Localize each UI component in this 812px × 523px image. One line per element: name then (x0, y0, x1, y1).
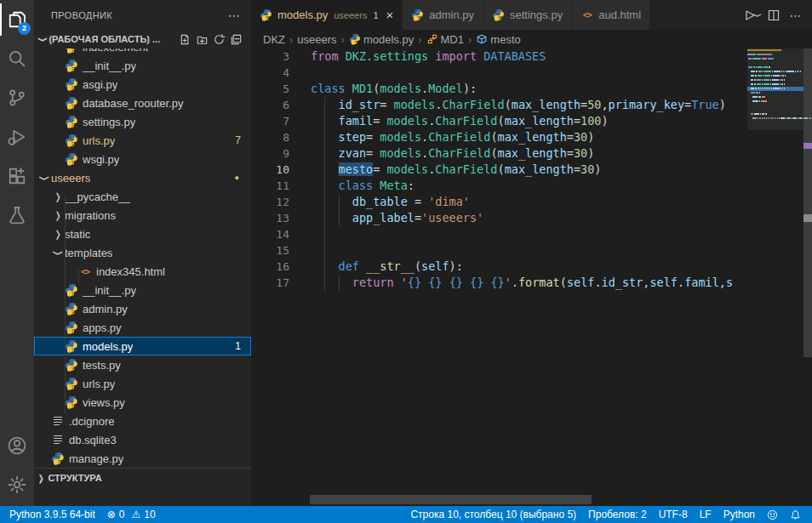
sidebar-more-actions-button[interactable]: ⋯ (228, 9, 241, 22)
tab-aud.html[interactable]: <>aud.html (572, 0, 650, 30)
breadcrumb-item-models.py[interactable]: models.py (349, 33, 414, 46)
status-eol[interactable]: LF (694, 506, 718, 523)
section-actions (176, 31, 244, 48)
chevron-down-icon: ❭ (39, 171, 50, 185)
tree-item-database_roouter.py[interactable]: database_roouter.py (34, 94, 251, 112)
more-actions-button[interactable]: ⋯ (786, 5, 805, 26)
line-number: 5 (251, 81, 289, 97)
breadcrumb-item-useeers[interactable]: useeers (297, 33, 336, 46)
tree-item-tests.py[interactable]: tests.py (34, 355, 251, 374)
tree-item-label: static (65, 228, 90, 241)
status-label: Строка 10, столбец 10 (выбрано 5) (410, 509, 576, 520)
run-button[interactable]: ❭ (742, 5, 761, 26)
status-label: Python (723, 509, 755, 520)
new-folder-icon[interactable] (193, 31, 210, 48)
breadcrumb-item-MD1[interactable]: MD1 (426, 33, 464, 46)
python-file-icon (65, 339, 78, 353)
class-symbol-icon (426, 33, 438, 45)
tree-item-label: migrations (65, 209, 116, 222)
code-editor[interactable]: 3from DKZ.settings import DATABASES45cla… (251, 48, 745, 506)
tree-item-urls.py[interactable]: urls.py (34, 374, 251, 393)
tree-item-settings.py[interactable]: settings.py (34, 112, 251, 131)
breadcrumb-item-mesto[interactable]: mesto (476, 33, 520, 46)
new-file-icon[interactable] (176, 31, 193, 48)
tree-item-models.py[interactable]: models.py1 (34, 337, 251, 355)
status-cursor-position[interactable]: Строка 10, столбец 10 (выбрано 5) (404, 506, 582, 523)
python-file-icon (411, 9, 424, 21)
tree-item-wsgi.py[interactable]: wsgi.py (34, 150, 251, 168)
overview-ruler-mark (803, 214, 812, 222)
tree-item-apps.py[interactable]: apps.py (34, 318, 251, 337)
tree-folder-useeers[interactable]: ❭useeers● (34, 168, 251, 187)
breadcrumb-label: mesto (490, 33, 520, 46)
python-file-icon (65, 395, 78, 409)
outline-section-header[interactable]: ❭ СТРУКТУРА (34, 468, 251, 487)
sidebar-header: ПРОВОДНИК ⋯ (34, 0, 251, 30)
tree-item-.dcignore[interactable]: .dcignore (34, 412, 251, 430)
tree-item-urls.py[interactable]: urls.py7 (34, 131, 251, 150)
chevron-down-icon: ❭ (753, 12, 762, 19)
tree-item-views.py[interactable]: views.py (34, 393, 251, 412)
python-file-icon (260, 9, 272, 21)
line-number: 7 (251, 113, 289, 129)
status-python-interpreter[interactable]: Python 3.9.5 64-bit (3, 506, 101, 523)
tab-admin.py[interactable]: admin.py (403, 0, 483, 30)
tree-item-__init__.py[interactable]: __init__.py (34, 56, 251, 75)
tab-settings.py[interactable]: settings.py (483, 0, 572, 30)
vertical-scrollbar[interactable] (803, 48, 812, 357)
tab-models.py[interactable]: models.pyuseeers1× (251, 0, 403, 30)
status-indentation[interactable]: Пробелов: 2 (582, 506, 653, 523)
collapse-all-icon[interactable] (227, 31, 244, 48)
indent-guide (324, 194, 325, 210)
tree-item-label: apps.py (83, 321, 122, 334)
breadcrumb: DKZ›useeers›models.py›MD1›mesto (251, 30, 812, 48)
python-file-icon (65, 321, 78, 334)
tree-item-db.sqlite3[interactable]: db.sqlite3 (34, 430, 251, 449)
close-icon[interactable]: × (386, 10, 394, 20)
tree-item-__init__.py[interactable]: __init__.py (34, 281, 251, 299)
tree-item-asgi.py[interactable]: asgi.py (34, 75, 251, 94)
minimap[interactable] (747, 48, 803, 151)
tree-item-admin.py[interactable]: admin.py (34, 299, 251, 318)
indent-guide (324, 226, 325, 242)
extensions-icon[interactable] (0, 156, 34, 196)
chevron-right-icon: ❭ (51, 229, 65, 240)
tab-description: useeers (334, 10, 367, 20)
settings-icon[interactable] (0, 465, 34, 504)
indent-guide (324, 210, 325, 226)
tree-folder-__pycache__[interactable]: ❭__pycache__ (34, 187, 251, 206)
tree-item-manage.py[interactable]: manage.py (34, 449, 251, 468)
horizontal-scrollbar[interactable] (310, 495, 592, 504)
status-problems[interactable]: ⊗0⚠10 (101, 506, 162, 523)
source-control-icon[interactable] (0, 78, 34, 117)
status-notifications[interactable] (784, 506, 807, 523)
line-number: 13 (251, 210, 289, 226)
account-icon[interactable] (0, 426, 34, 465)
breadcrumb-item-DKZ[interactable]: DKZ (263, 33, 285, 46)
explorer-icon[interactable]: 2 (0, 0, 34, 39)
code-line-16: 16def __str__(self): (251, 259, 745, 275)
workspace-section-header[interactable]: ❭ (РАБОЧАЯ ОБЛАСТЬ) ... (34, 30, 251, 48)
tree-item-label: manage.py (69, 452, 123, 465)
status-feedback[interactable] (761, 506, 784, 523)
status-encoding[interactable]: UTF-8 (653, 506, 694, 523)
warning-count: 10 (144, 509, 155, 520)
minimap-slider[interactable] (747, 48, 803, 130)
tab-label: settings.py (510, 9, 563, 21)
tree-folder-static[interactable]: ❭static (34, 225, 251, 243)
breadcrumb-label: DKZ (263, 33, 285, 46)
split-editor-button[interactable] (764, 5, 783, 26)
html-file-icon: <> (580, 9, 593, 21)
search-icon[interactable] (0, 39, 34, 78)
testing-icon[interactable] (0, 196, 34, 235)
tree-folder-migrations[interactable]: ❭migrations (34, 206, 251, 225)
run-debug-icon[interactable] (0, 117, 34, 156)
status-language-mode[interactable]: Python (718, 506, 761, 523)
indent-guide (324, 97, 325, 113)
tree-folder-templates[interactable]: ❭templates (34, 243, 251, 262)
status-label: LF (700, 509, 712, 520)
refresh-icon[interactable] (210, 31, 227, 48)
tree-item-indexelement[interactable]: indexelement (34, 48, 251, 56)
tree-item-index345.html[interactable]: <>index345.html (34, 262, 251, 281)
tab-problems-badge: 1 (373, 10, 378, 20)
